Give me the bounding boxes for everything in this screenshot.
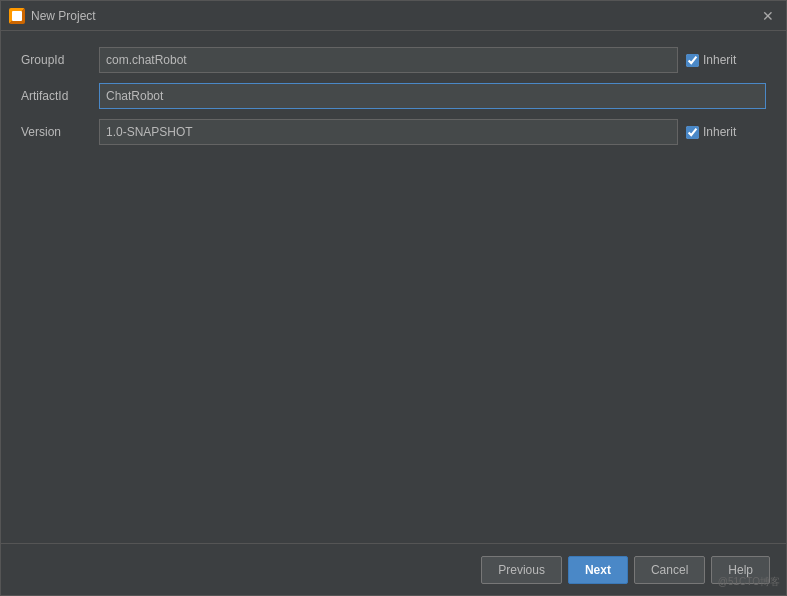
titlebar: New Project ✕: [1, 1, 786, 31]
group-id-inherit: Inherit: [686, 53, 766, 67]
version-inherit: Inherit: [686, 125, 766, 139]
close-button[interactable]: ✕: [758, 6, 778, 26]
artifact-id-row: ArtifactId: [21, 83, 766, 109]
version-input[interactable]: [99, 119, 678, 145]
dialog-overlay: New Project ✕ GroupId Inherit ArtifactId: [0, 0, 787, 596]
version-row: Version Inherit: [21, 119, 766, 145]
dialog-icon: [9, 8, 25, 24]
version-inherit-label: Inherit: [703, 125, 736, 139]
group-id-label: GroupId: [21, 53, 91, 67]
dialog-title: New Project: [31, 9, 752, 23]
group-id-inherit-label: Inherit: [703, 53, 736, 67]
artifact-id-label: ArtifactId: [21, 89, 91, 103]
watermark: @51CTO博客: [718, 575, 780, 589]
next-button[interactable]: Next: [568, 556, 628, 584]
group-id-inherit-checkbox[interactable]: [686, 54, 699, 67]
version-label: Version: [21, 125, 91, 139]
version-inherit-checkbox[interactable]: [686, 126, 699, 139]
group-id-row: GroupId Inherit: [21, 47, 766, 73]
group-id-input[interactable]: [99, 47, 678, 73]
artifact-id-input[interactable]: [99, 83, 766, 109]
new-project-dialog: New Project ✕ GroupId Inherit ArtifactId: [0, 0, 787, 596]
dialog-content: GroupId Inherit ArtifactId Version Inher…: [1, 31, 786, 543]
dialog-footer: Previous Next Cancel Help: [1, 543, 786, 595]
cancel-button[interactable]: Cancel: [634, 556, 705, 584]
previous-button[interactable]: Previous: [481, 556, 562, 584]
